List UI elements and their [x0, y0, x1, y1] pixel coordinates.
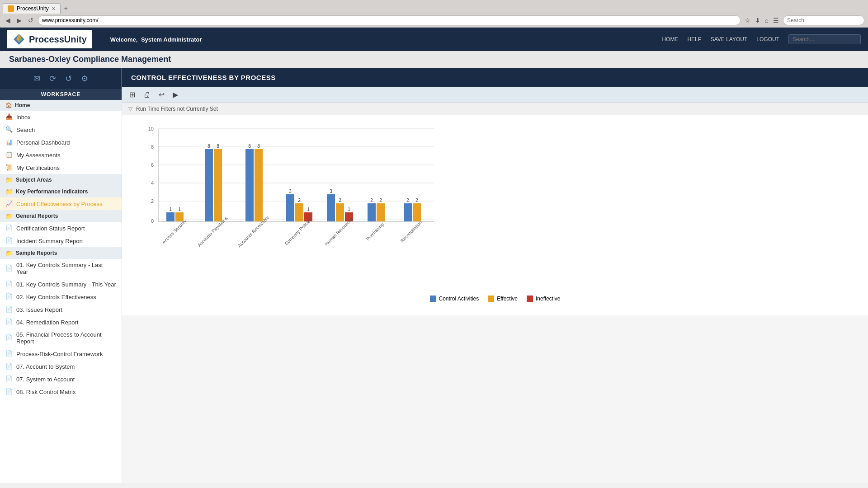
back-button[interactable]: ↩ — [157, 89, 166, 100]
cert-status-icon: 📄 — [5, 225, 13, 232]
content-header: CONTROL EFFECTIVENESS BY PROCESS — [122, 68, 868, 87]
bar-cp-eff — [295, 203, 303, 221]
chart-legend: Control Activities Effective Ineffective — [136, 296, 854, 302]
sidebar-item-financial-process[interactable]: 📄 05. Financial Process to Account Repor… — [0, 328, 122, 347]
bar-chart: 10 8 6 4 2 0 1 1 — [136, 124, 443, 287]
sidebar-section-general-reports[interactable]: 📁 General Reports — [0, 210, 122, 222]
kpi-folder-icon: 📁 — [5, 188, 13, 195]
tab-close-button[interactable]: ✕ — [52, 6, 56, 12]
home-link[interactable]: HOME — [662, 36, 678, 42]
top-nav-search-input[interactable] — [788, 34, 861, 44]
general-reports-folder-icon: 📁 — [5, 212, 13, 220]
bookmark-icon[interactable]: ☆ — [743, 16, 752, 25]
home-icon[interactable]: ⌂ — [764, 16, 770, 25]
top-nav: ProcessUnity Welcome, System Administrat… — [0, 28, 868, 51]
sidebar-item-process-risk[interactable]: 📄 Process-Risk-Control Framework — [0, 347, 122, 360]
forward-button[interactable]: ▶ — [15, 16, 24, 25]
issues-report-icon: 📄 — [5, 306, 13, 313]
grid-view-button[interactable]: ⊞ — [127, 89, 137, 100]
assessments-icon: 📋 — [5, 151, 13, 159]
legend-color-eff — [488, 296, 494, 302]
logo-text: ProcessUnity — [29, 34, 87, 45]
filter-text: Run Time Filters not Currently Set — [136, 106, 218, 112]
home-folder-icon: 🏠 — [5, 102, 12, 108]
search-icon: 🔍 — [5, 126, 13, 133]
new-tab-button[interactable]: + — [61, 3, 71, 14]
sidebar-item-search[interactable]: 🔍 Search — [0, 123, 122, 136]
sidebar-item-my-certifications[interactable]: 📜 My Certifications — [0, 161, 122, 174]
sidebar-section-label: Subject Areas — [16, 177, 52, 183]
svg-text:2: 2 — [406, 198, 409, 203]
export-button[interactable]: ▶ — [171, 89, 180, 100]
sidebar-item-key-controls-last[interactable]: 📄 01. Key Controls Summary - Last Year — [0, 259, 122, 278]
legend-label-eff: Effective — [497, 296, 518, 302]
sidebar-item-system-account[interactable]: 📄 07. System to Account — [0, 373, 122, 385]
download-icon[interactable]: ⬇ — [754, 16, 762, 25]
content-area: CONTROL EFFECTIVENESS BY PROCESS ⊞ 🖨 ↩ ▶… — [122, 68, 868, 483]
sample-reports-folder-icon: 📁 — [5, 249, 13, 257]
sidebar-item-label: 01. Key Controls Summary - Last Year — [16, 262, 116, 275]
help-link[interactable]: HELP — [687, 36, 701, 42]
sidebar-item-key-controls-this[interactable]: 📄 01. Key Controls Summary - This Year — [0, 278, 122, 291]
sidebar-section-subject-areas[interactable]: 📁 Subject Areas — [0, 174, 122, 186]
svg-text:8: 8 — [151, 144, 154, 150]
browser-icon-bar: ☆ ⬇ ⌂ ☰ — [743, 16, 780, 25]
content-toolbar: ⊞ 🖨 ↩ ▶ — [122, 87, 868, 103]
svg-text:2: 2 — [151, 198, 154, 204]
sidebar-item-risk-control[interactable]: 📄 08. Risk Control Matrix — [0, 385, 122, 398]
sidebar-item-label: Inbox — [16, 114, 31, 121]
sidebar-item-home-folder[interactable]: 🏠 Home — [0, 100, 122, 111]
chart-icon: 📈 — [5, 200, 13, 207]
sidebar-item-label: My Assessments — [16, 152, 61, 159]
svg-text:Reconciliation: Reconciliation — [400, 220, 423, 244]
sidebar-item-personal-dashboard[interactable]: 📊 Personal Dashboard — [0, 136, 122, 149]
save-layout-link[interactable]: SAVE LAYOUT — [711, 36, 748, 42]
bar-hr-eff — [336, 203, 344, 221]
sidebar-item-key-controls-eff[interactable]: 📄 02. Key Controls Effectiveness — [0, 291, 122, 303]
sidebar-section-kpi[interactable]: 📁 Key Performance Indicators — [0, 186, 122, 197]
svg-text:8: 8 — [257, 144, 260, 149]
svg-text:2: 2 — [415, 198, 418, 203]
logout-link[interactable]: LOGOUT — [756, 36, 779, 42]
browser-chrome: ProcessUnity ✕ + ◀ ▶ ↺ ☆ ⬇ ⌂ ☰ — [0, 0, 868, 28]
back-button[interactable]: ◀ — [4, 16, 12, 25]
active-tab[interactable]: ProcessUnity ✕ — [3, 3, 61, 14]
sidebar-item-control-effectiveness[interactable]: 📈 Control Effectiveness by Process — [0, 197, 122, 210]
address-input[interactable] — [38, 15, 741, 25]
sidebar-item-account-system[interactable]: 📄 07. Account to System — [0, 360, 122, 373]
sidebar-item-incident-summary[interactable]: 📄 Incident Summary Report — [0, 235, 122, 247]
svg-text:Purchasing: Purchasing — [365, 222, 385, 241]
dashboard-icon: 📊 — [5, 139, 13, 146]
bar-access-ca — [166, 212, 175, 221]
sidebar-item-label: 05. Financial Process to Account Report — [16, 331, 116, 345]
sidebar-section-sample-reports[interactable]: 📁 Sample Reports — [0, 247, 122, 259]
bar-ar-ca — [245, 149, 254, 221]
sidebar-item-inbox[interactable]: 📥 Inbox — [0, 111, 122, 123]
chart-area: 10 8 6 4 2 0 1 1 — [136, 124, 854, 288]
risk-control-icon: 📄 — [5, 388, 13, 395]
key-controls-eff-icon: 📄 — [5, 293, 13, 300]
sidebar-item-my-assessments[interactable]: 📋 My Assessments — [0, 149, 122, 161]
sidebar-item-issues-report[interactable]: 📄 03. Issues Report — [0, 303, 122, 316]
print-button[interactable]: 🖨 — [142, 90, 152, 100]
address-bar: ◀ ▶ ↺ ☆ ⬇ ⌂ ☰ — [0, 14, 868, 27]
settings-tool-icon[interactable]: ⚙ — [81, 74, 88, 84]
sidebar-item-cert-status[interactable]: 📄 Certification Status Report — [0, 222, 122, 235]
tab-favicon — [8, 5, 14, 12]
sidebar-item-label: 07. System to Account — [16, 376, 75, 383]
browser-search-input[interactable] — [783, 15, 864, 25]
refresh-tool-icon[interactable]: ⟳ — [49, 74, 56, 84]
filter-bar: ▽ Run Time Filters not Currently Set — [122, 103, 868, 115]
inbox-tool-icon[interactable]: ✉ — [33, 74, 40, 84]
sidebar-item-label: 03. Issues Report — [16, 306, 62, 313]
chart-container: 10 8 6 4 2 0 1 1 — [122, 115, 868, 315]
sidebar-item-remediation-report[interactable]: 📄 04. Remediation Report — [0, 316, 122, 328]
history-tool-icon[interactable]: ↺ — [65, 74, 72, 84]
sidebar-item-label: Control Effectiveness by Process — [16, 201, 103, 207]
refresh-button[interactable]: ↺ — [26, 16, 35, 25]
workspace-label: WORKSPACE — [0, 89, 122, 100]
menu-icon[interactable]: ☰ — [772, 16, 780, 25]
sidebar-item-label: Home — [15, 102, 30, 108]
welcome-text: Welcome, System Administrator — [101, 36, 662, 43]
svg-text:2: 2 — [370, 198, 373, 203]
